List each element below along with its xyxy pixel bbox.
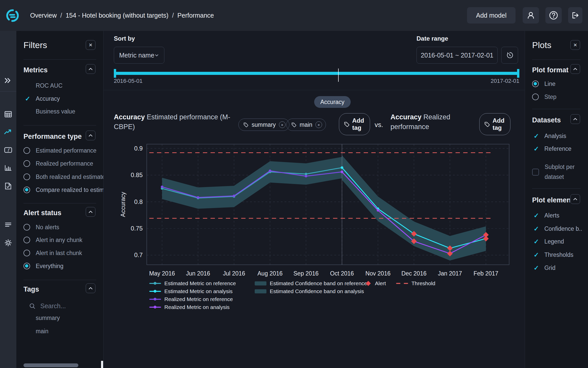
left-plot-title-metric: Accuracy (114, 113, 145, 121)
sort-by-select[interactable]: Metric name (114, 47, 164, 64)
legend-alert-column: Alert Threshold (365, 281, 435, 286)
nav-bar-charts[interactable] (0, 162, 16, 174)
metric-item-roc-auc[interactable]: ✓ ROC AUC (16, 80, 103, 91)
radio-compare-realized-estimated[interactable]: Compare realized to estimated (16, 185, 103, 195)
radio-icon (532, 80, 539, 87)
breadcrumb-overview[interactable]: Overview (30, 12, 57, 19)
radio-alert-any-chunk[interactable]: Alert in any chunk (16, 235, 103, 245)
tag-chip-main[interactable]: main × (286, 119, 326, 131)
dataset-item-analysis[interactable]: ✓ Analysis (525, 131, 588, 141)
date-range-label: Date range (416, 35, 448, 42)
vertical-scrollbar-thumb[interactable] (101, 361, 103, 368)
radio-label: Realized performance (36, 160, 93, 167)
performance-type-collapse-button[interactable] (86, 131, 95, 140)
radio-label: Everything (36, 263, 64, 270)
radio-label: Alert in any chunk (36, 237, 82, 244)
slider-left-handle[interactable] (114, 69, 116, 78)
plot-element-confidence-bands[interactable]: ✓ Confidence b.. (525, 224, 588, 234)
dataset-item-reference[interactable]: ✓ Reference (525, 144, 588, 154)
slider-range-bar[interactable] (114, 72, 519, 75)
plot-format-section-title: Plot format (532, 66, 569, 74)
remove-tag-icon[interactable]: × (279, 121, 286, 128)
plots-close-button[interactable]: × (570, 40, 580, 50)
plot-elements-collapse-button[interactable] (570, 194, 580, 204)
breadcrumb-performance[interactable]: Performance (177, 12, 214, 19)
nav-data-table[interactable] (0, 109, 16, 120)
legend-metrics-column: Estimated Metric on reference Estimated … (149, 281, 236, 310)
svg-text:Sep 2016: Sep 2016 (293, 270, 318, 277)
filters-panel: Filters × Metrics ✓ ROC AUC ✓ Accuracy ✓… (16, 31, 103, 368)
help-button[interactable] (545, 7, 562, 24)
nav-settings[interactable] (0, 237, 16, 248)
right-plot-title-metric: Accuracy (390, 113, 422, 121)
add-tag-button-right[interactable]: Add tag (479, 113, 510, 135)
alert-status-collapse-button[interactable] (86, 207, 95, 217)
add-model-button[interactable]: Add model (467, 7, 516, 24)
radio-estimated-performance[interactable]: Estimated performance (16, 145, 103, 156)
metric-item-business-value[interactable]: ✓ Business value (16, 106, 103, 117)
legend-item: Estimated Confidence band on reference (255, 281, 367, 286)
tag-list-item-summary[interactable]: summary (36, 315, 60, 321)
search-icon (29, 303, 36, 309)
radio-plot-format-step[interactable]: Step (525, 92, 588, 102)
svg-text:Accuracy: Accuracy (119, 192, 126, 217)
radio-both-realized-estimated[interactable]: Both realized and estimated (16, 172, 103, 182)
date-range-reset-button[interactable] (501, 47, 518, 64)
radio-plot-format-line[interactable]: Line (525, 79, 588, 89)
tag-list-item-main[interactable]: main (36, 328, 48, 335)
radio-alert-last-chunk[interactable]: Alert in last chunk (16, 248, 103, 258)
radio-label: Compare realized to estimated (36, 187, 103, 193)
radio-realized-performance[interactable]: Realized performance (16, 158, 103, 169)
dataset-label: Analysis (544, 133, 566, 140)
line-swatch (149, 283, 161, 284)
user-button[interactable] (523, 7, 539, 24)
plot-element-label: Legend (544, 238, 564, 245)
tags-search-input[interactable] (40, 302, 86, 310)
svg-text:Oct 2016: Oct 2016 (330, 270, 354, 277)
subplot-per-dataset-checkbox[interactable]: Subplot per dataset (525, 162, 588, 182)
radio-icon (23, 250, 30, 256)
date-range-slider[interactable] (114, 68, 519, 84)
plot-element-grid[interactable]: ✓ Grid (525, 263, 588, 273)
expand-sidebar-button[interactable] (0, 75, 16, 86)
filters-close-button[interactable]: × (86, 40, 95, 50)
tag-chip-label: main (300, 121, 312, 128)
tags-collapse-button[interactable] (86, 283, 95, 293)
horizontal-scrollbar-thumb[interactable] (23, 363, 78, 367)
metric-pill[interactable]: Accuracy (314, 96, 351, 108)
radio-no-alerts[interactable]: No alerts (16, 222, 103, 232)
radio-everything[interactable]: Everything (16, 261, 103, 271)
band-swatch (255, 281, 266, 285)
svg-text:0.9: 0.9 (134, 145, 143, 152)
add-tag-button-left[interactable]: Add tag (339, 113, 370, 135)
metric-item-accuracy[interactable]: ✓ Accuracy (16, 94, 103, 104)
add-tag-label: Add tag (352, 117, 365, 131)
divider (23, 203, 96, 203)
nav-performance-active[interactable] (0, 127, 16, 138)
svg-text:0.75: 0.75 (131, 225, 143, 232)
plot-element-legend[interactable]: ✓ Legend (525, 236, 588, 247)
chevron-up-icon (573, 197, 578, 202)
tag-chip-summary[interactable]: summary × (238, 119, 289, 131)
radio-label: Line (544, 80, 555, 87)
breadcrumb-model[interactable]: 154 - Hotel booking (without targets) (66, 12, 168, 19)
app-logo-icon[interactable] (6, 9, 19, 22)
plot-element-thresholds[interactable]: ✓ Thresholds (525, 250, 588, 260)
remove-tag-icon[interactable]: × (315, 121, 322, 128)
plot-format-collapse-button[interactable] (570, 64, 580, 74)
metrics-collapse-button[interactable] (86, 64, 95, 74)
plot-element-alerts[interactable]: ✓ Alerts (525, 210, 588, 221)
nav-reports[interactable] (0, 180, 16, 192)
chevron-up-icon (573, 66, 578, 72)
datasets-collapse-button[interactable] (570, 114, 580, 124)
legend-label: Estimated Metric on reference (164, 280, 236, 286)
function-icon: f (4, 146, 13, 154)
slider-right-handle[interactable] (517, 69, 519, 78)
date-range-input[interactable]: 2016-05-01 ~ 2017-02-01 (416, 47, 498, 64)
chevron-up-icon (88, 66, 93, 72)
nav-functions[interactable]: f (0, 144, 16, 156)
tag-icon (344, 121, 350, 127)
nav-logs[interactable] (0, 219, 16, 230)
logout-button[interactable] (568, 7, 582, 24)
radio-icon (23, 237, 30, 243)
